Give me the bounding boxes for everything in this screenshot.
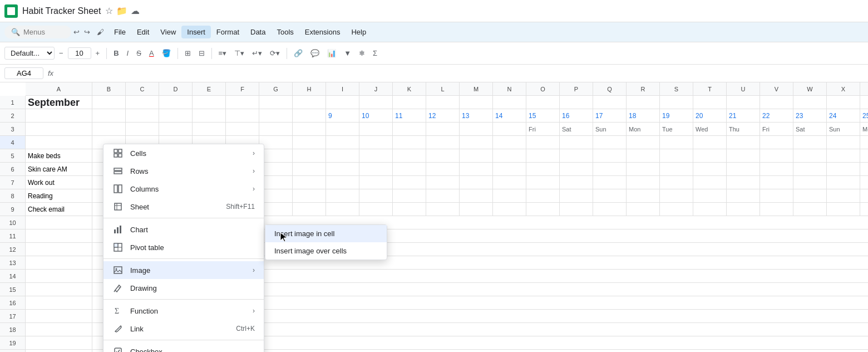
rotate-button[interactable]: ⟳▾ [267,47,283,59]
merge-button[interactable]: ⊟ [195,47,208,59]
cell-v5[interactable] [760,149,793,163]
cell-x9[interactable] [827,203,860,216]
cell-a15[interactable] [26,283,92,296]
cell-m9[interactable] [460,203,493,216]
cell-x5[interactable] [827,149,860,163]
cell-g6[interactable] [259,163,293,176]
cell-o2[interactable]: 15 [526,109,560,123]
insert-menu-rows[interactable]: Rows › [103,162,264,180]
cell-v8[interactable] [760,189,793,203]
cell-h6[interactable] [293,163,326,176]
folder-icon[interactable]: 📁 [116,6,127,16]
cell-d1[interactable] [159,96,193,109]
cell-w2[interactable]: 23 [793,109,827,123]
borders-button[interactable]: ⊞ [181,47,194,59]
cell-y3[interactable]: Mon [860,123,868,136]
menu-format[interactable]: Format [211,26,245,38]
cell-h2[interactable] [293,109,326,123]
cell-q1[interactable] [593,96,627,109]
cell-w4[interactable] [793,136,827,149]
cell-r9[interactable] [627,203,660,216]
cell-b2[interactable] [92,109,126,123]
cell-o3[interactable]: Fri [526,123,560,136]
cell-g1[interactable] [259,96,293,109]
cell-a5[interactable]: Make beds [26,149,92,163]
search-box[interactable]: 🔍 [4,26,71,38]
cell-j8[interactable] [359,189,393,203]
cell-w6[interactable] [793,163,827,176]
cell-i2[interactable]: 9 [326,109,359,123]
cell-w5[interactable] [793,149,827,163]
cell-i4[interactable] [326,136,359,149]
insert-image-over-cells[interactable]: Insert image over cells [265,242,387,260]
cell-k3[interactable] [393,123,426,136]
cell-h1[interactable] [293,96,326,109]
cell-s1[interactable] [660,96,693,109]
cell-i6[interactable] [326,163,359,176]
cell-y6[interactable] [860,163,868,176]
cell-t2[interactable]: 20 [693,109,727,123]
cell-s7[interactable] [660,176,693,189]
cell-o7[interactable] [526,176,560,189]
cell-k7[interactable] [393,176,426,189]
cell-f2[interactable] [226,109,259,123]
cell-k6[interactable] [393,163,426,176]
chart-button[interactable]: 📊 [324,47,339,59]
cell-d2[interactable] [159,109,193,123]
cell-o4[interactable] [526,136,560,149]
cell-g5[interactable] [259,149,293,163]
star-icon[interactable]: ☆ [105,6,113,16]
cell-n4[interactable] [493,136,526,149]
cell-e1[interactable] [193,96,226,109]
cell-g9[interactable] [259,203,293,216]
cell-x4[interactable] [827,136,860,149]
cell-p3[interactable]: Sat [560,123,593,136]
paint-format-icon[interactable]: 🖌 [97,28,104,36]
cell-u1[interactable] [727,96,760,109]
cell-j7[interactable] [359,176,393,189]
cell-q7[interactable] [593,176,627,189]
cloud-icon[interactable]: ☁ [131,6,140,16]
align-button[interactable]: ≡▾ [215,47,230,59]
cell-r7[interactable] [627,176,660,189]
cell-n2[interactable]: 14 [493,109,526,123]
strikethrough-button[interactable]: S [133,47,145,59]
cell-l9[interactable] [426,203,460,216]
cell-s2[interactable]: 19 [660,109,693,123]
cell-n7[interactable] [493,176,526,189]
cell-q6[interactable] [593,163,627,176]
insert-image-in-cell[interactable]: Insert image in cell [265,225,387,242]
cell-b3[interactable] [92,123,126,136]
cell-w8[interactable] [793,189,827,203]
cell-k9[interactable] [393,203,426,216]
cell-l7[interactable] [426,176,460,189]
valign-button[interactable]: ⊤▾ [231,47,248,59]
cell-m7[interactable] [460,176,493,189]
cell-l5[interactable] [426,149,460,163]
cell-p4[interactable] [560,136,593,149]
cell-o1[interactable] [526,96,560,109]
cell-e3[interactable] [193,123,226,136]
cell-n9[interactable] [493,203,526,216]
insert-menu-link[interactable]: Link Ctrl+K [103,320,264,338]
cell-i9[interactable] [326,203,359,216]
insert-menu-drawing[interactable]: Drawing [103,279,264,297]
cell-y2[interactable]: 25 [860,109,868,123]
cell-n5[interactable] [493,149,526,163]
cell-y1[interactable] [860,96,868,109]
cell-t3[interactable]: Wed [693,123,727,136]
fill-color-button[interactable]: 🪣 [159,47,174,59]
formula-input[interactable] [58,69,864,77]
cell-j4[interactable] [359,136,393,149]
insert-menu-function[interactable]: Σ Function › [103,302,264,320]
cell-y5[interactable] [860,149,868,163]
wrap-button[interactable]: ↵▾ [249,47,265,59]
cell-y8[interactable] [860,189,868,203]
cell-a17[interactable] [26,310,92,323]
cell-t8[interactable] [693,189,727,203]
cell-a6[interactable]: Skin care AM [26,163,92,176]
cell-c2[interactable] [126,109,159,123]
cell-x1[interactable] [827,96,860,109]
cell-v2[interactable]: 22 [760,109,793,123]
cell-a20[interactable] [26,350,92,352]
